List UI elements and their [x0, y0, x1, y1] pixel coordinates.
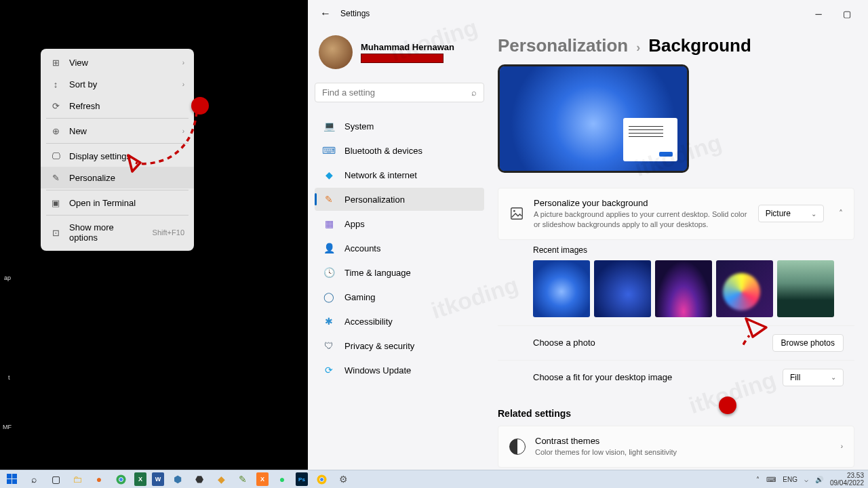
- taskbar-chrome[interactable]: [113, 472, 129, 486]
- profile-block[interactable]: Muhammad Hernawan: [315, 33, 484, 80]
- recent-image-thumb[interactable]: [594, 260, 651, 317]
- sidebar-item-network[interactable]: ◆Network & internet: [315, 163, 484, 186]
- svg-rect-5: [12, 479, 17, 484]
- contrast-themes-row[interactable]: Contrast themes Color themes for low vis…: [498, 426, 854, 468]
- svg-point-7: [119, 477, 123, 481]
- recent-image-thumb[interactable]: [777, 260, 834, 317]
- sidebar-item-apps[interactable]: ▦Apps: [315, 212, 484, 235]
- image-icon: [509, 206, 524, 221]
- ctx-view[interactable]: ⊞ View ›: [41, 52, 194, 73]
- sidebar-item-update[interactable]: ⟳Windows Update: [315, 359, 484, 382]
- card-desc: Color themes for low vision, light sensi…: [535, 447, 831, 458]
- taskbar-time: 23.53: [830, 472, 864, 479]
- chevron-right-icon: ›: [182, 59, 184, 66]
- svg-rect-3: [12, 474, 17, 479]
- terminal-icon: ▣: [50, 197, 61, 208]
- ctx-label: New: [69, 126, 174, 136]
- ctx-label: Refresh: [69, 101, 184, 111]
- main-content: Personalization › Background Personalize…: [491, 27, 868, 470]
- taskbar-xampp[interactable]: X: [256, 472, 269, 486]
- back-button[interactable]: ←: [315, 3, 336, 24]
- ctx-shortcut: Shift+F10: [153, 228, 184, 237]
- clock-icon: 🕓: [323, 266, 335, 279]
- taskbar-search-button[interactable]: ⌕: [26, 472, 42, 486]
- sidebar-item-label: Windows Update: [344, 365, 411, 375]
- brush-icon: ✎: [323, 193, 335, 205]
- taskbar-settings[interactable]: ⚙: [335, 472, 351, 486]
- sidebar-item-gaming[interactable]: ◯Gaming: [315, 285, 484, 308]
- system-tray[interactable]: ˄ ⌨ ENG ⌵ 🔊 23.53 09/04/2022: [756, 472, 864, 487]
- taskbar-app[interactable]: [313, 472, 330, 486]
- tray-lang-code[interactable]: ENG: [783, 476, 797, 483]
- sidebar-item-personalization[interactable]: ✎Personalization: [315, 188, 484, 211]
- taskbar-app[interactable]: ✎: [235, 472, 251, 486]
- start-button[interactable]: [4, 472, 20, 486]
- titlebar: ← Settings ─ ▢: [308, 0, 868, 27]
- taskbar-app[interactable]: ⬣: [191, 472, 208, 486]
- nav-list: 💻System ⌨Bluetooth & devices ◆Network & …: [315, 115, 484, 382]
- sidebar-item-label: System: [344, 121, 374, 131]
- desktop-icon-label: t: [8, 374, 10, 381]
- more-icon: ⊡: [50, 227, 61, 238]
- card-desc: A picture background applies to your cur…: [534, 209, 749, 230]
- sidebar-item-label: Personalization: [344, 195, 405, 205]
- taskbar-app[interactable]: ◆: [213, 472, 229, 486]
- taskbar-explorer[interactable]: 🗀: [69, 472, 85, 486]
- tray-lang-icon[interactable]: ⌨: [766, 476, 776, 483]
- recent-image-thumb[interactable]: [655, 260, 712, 317]
- card-title: Personalize your background: [534, 198, 749, 208]
- search-box[interactable]: ⌕: [315, 83, 484, 102]
- gamepad-icon: ◯: [323, 291, 335, 303]
- refresh-icon: ⟳: [50, 100, 61, 111]
- plus-icon: ⊕: [50, 125, 61, 136]
- taskbar-python[interactable]: ⬢: [170, 472, 186, 486]
- task-view-button[interactable]: ▢: [47, 472, 64, 486]
- sidebar-item-label: Accessibility: [344, 317, 393, 327]
- breadcrumb-parent[interactable]: Personalization: [498, 35, 628, 56]
- taskbar-word[interactable]: W: [152, 472, 164, 486]
- taskbar-firefox[interactable]: ●: [91, 472, 107, 486]
- recent-images-label: Recent images: [533, 245, 844, 255]
- background-type-dropdown[interactable]: Picture ⌄: [758, 205, 824, 222]
- ctx-label: Show more options: [69, 222, 144, 243]
- taskbar-whatsapp[interactable]: ●: [274, 472, 290, 486]
- sidebar-item-label: Accounts: [344, 243, 380, 253]
- system-icon: 💻: [323, 120, 335, 132]
- minimize-button[interactable]: ─: [804, 4, 833, 23]
- pencil-icon: ✎: [50, 172, 61, 183]
- volume-icon[interactable]: 🔊: [815, 476, 823, 483]
- related-settings-heading: Related settings: [498, 408, 854, 419]
- sidebar-item-system[interactable]: 💻System: [315, 115, 484, 138]
- dropdown-value: Picture: [766, 209, 791, 218]
- ctx-sort-by[interactable]: ↕ Sort by ›: [41, 73, 194, 95]
- taskbar-excel[interactable]: X: [134, 472, 146, 486]
- chevron-right-icon: ›: [636, 41, 640, 55]
- wifi-icon: ◆: [323, 169, 335, 181]
- chevron-up-icon[interactable]: ˄: [839, 209, 843, 218]
- search-input[interactable]: [322, 87, 471, 98]
- sidebar-item-accessibility[interactable]: ✱Accessibility: [315, 310, 484, 333]
- sidebar-item-time[interactable]: 🕓Time & language: [315, 261, 484, 284]
- sidebar-item-accounts[interactable]: 👤Accounts: [315, 237, 484, 260]
- desktop-area[interactable]: ap t MF ⊞ View › ↕ Sort by › ⟳ Refresh ⊕…: [0, 0, 308, 470]
- tray-overflow-icon[interactable]: ˄: [756, 476, 760, 483]
- taskbar-photoshop[interactable]: Ps: [296, 472, 308, 486]
- wifi-icon[interactable]: ⌵: [804, 476, 808, 483]
- sidebar-item-privacy[interactable]: 🛡Privacy & security: [315, 334, 484, 357]
- sidebar-item-bluetooth[interactable]: ⌨Bluetooth & devices: [315, 139, 484, 162]
- sidebar-item-label: Network & internet: [344, 170, 417, 180]
- chevron-down-icon: ⌄: [811, 210, 816, 218]
- maximize-button[interactable]: ▢: [833, 4, 861, 23]
- ctx-refresh[interactable]: ⟳ Refresh: [41, 95, 194, 117]
- personalize-background-card[interactable]: Personalize your background A picture ba…: [498, 188, 854, 240]
- desktop-icon-label: ap: [4, 274, 11, 281]
- taskbar-clock[interactable]: 23.53 09/04/2022: [830, 472, 864, 487]
- recent-image-thumb[interactable]: [716, 260, 773, 317]
- ctx-new[interactable]: ⊕ New ›: [41, 120, 194, 142]
- user-icon: 👤: [323, 242, 335, 254]
- recent-image-thumb[interactable]: [533, 260, 590, 317]
- divider: [46, 143, 189, 144]
- sidebar-item-label: Time & language: [344, 268, 411, 278]
- chevron-right-icon: ›: [841, 443, 843, 450]
- choose-photo-row: Choose a photo Browse photos: [498, 325, 854, 360]
